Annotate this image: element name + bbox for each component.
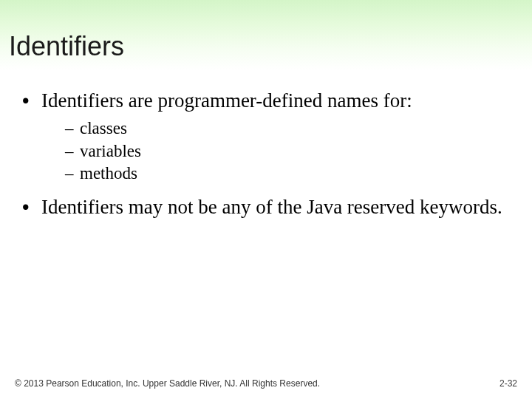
bullet-item: • Identifiers are programmer-defined nam… [22,89,510,114]
sub-list: – classes – variables – methods [65,118,510,185]
sub-bullet-item: – variables [65,141,510,163]
slide: Identifiers • Identifiers are programmer… [0,0,532,399]
slide-title: Identifiers [9,31,124,62]
dash-icon: – [65,118,80,140]
slide-footer: © 2013 Pearson Education, Inc. Upper Sad… [15,378,517,389]
slide-body: • Identifiers are programmer-defined nam… [22,89,510,225]
bullet-icon: • [22,89,41,114]
sub-bullet-item: – methods [65,163,510,185]
sub-bullet-text: variables [80,141,141,163]
bullet-icon: • [22,195,41,220]
sub-bullet-text: methods [80,163,137,185]
dash-icon: – [65,163,80,185]
bullet-item: • Identifiers may not be any of the Java… [22,195,510,220]
bullet-text: Identifiers may not be any of the Java r… [41,195,510,220]
bullet-text: Identifiers are programmer-defined names… [41,89,510,114]
sub-bullet-text: classes [80,118,127,140]
sub-bullet-item: – classes [65,118,510,140]
dash-icon: – [65,141,80,163]
copyright-text: © 2013 Pearson Education, Inc. Upper Sad… [15,378,320,389]
page-number: 2-32 [499,378,517,389]
